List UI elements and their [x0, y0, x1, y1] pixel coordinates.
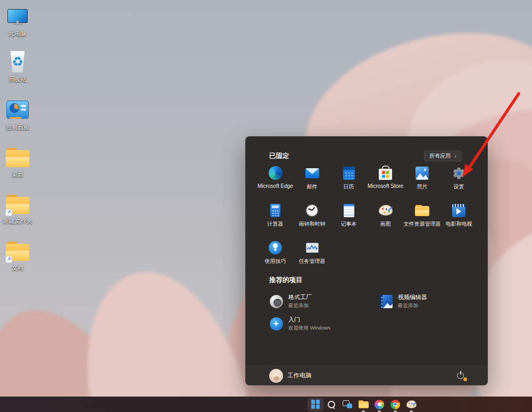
recommended-item-get-started[interactable]: 入门 欢迎使用 Windows [269, 312, 379, 335]
running-indicator [378, 410, 381, 412]
desktop-icon-control-panel[interactable]: 控制面板 [1, 98, 34, 131]
desktop-icon-new-folder[interactable]: ↗ 新建文件夹 [1, 192, 34, 225]
recommended-item-format-factory[interactable]: 格式工厂 最近添加 [269, 290, 379, 312]
folder-icon [415, 205, 429, 216]
get-started-icon [270, 317, 283, 331]
task-manager-icon [306, 243, 319, 253]
user-name: 工作电脑 [287, 372, 312, 380]
browser-colorwheel-button[interactable] [371, 398, 387, 411]
pinned-app-mail[interactable]: 邮件 [294, 163, 330, 201]
pinned-app-calendar[interactable]: 日历 [330, 163, 367, 201]
video-editor-icon [379, 295, 393, 308]
taskbar-icons [307, 397, 419, 412]
folder-icon [359, 400, 369, 408]
pinned-app-label: 文件资源管理器 [404, 220, 441, 228]
settings-gear-icon [452, 166, 466, 180]
movies-tv-icon [452, 204, 466, 217]
calculator-icon [270, 204, 280, 217]
recommended-list: 格式工厂 最近添加 视频编辑器 最近添加 入门 欢迎使用 Windows [269, 290, 488, 335]
recycle-bin-icon: ♻ [6, 50, 29, 73]
calendar-icon [343, 167, 355, 180]
desktop-icon-desktop-folder[interactable]: 桌面 [1, 145, 34, 178]
pinned-app-label: 日历 [344, 183, 354, 191]
recommended-item-video-editor[interactable]: 视频编辑器 最近添加 [379, 290, 488, 312]
notepad-icon [344, 204, 354, 217]
pinned-app-label: 使用技巧 [265, 258, 286, 265]
desktop-icon-label: 回收站 [9, 76, 27, 84]
desktop-icon-label: 新建文件夹 [3, 217, 32, 225]
recommended-item-title: 视频编辑器 [398, 293, 427, 301]
desktop-icon-recycle-bin[interactable]: ♻ 回收站 [1, 50, 34, 84]
pinned-app-calculator[interactable]: 计算器 [257, 201, 294, 238]
pinned-app-label: 画图 [380, 220, 391, 228]
pinned-app-microsoft-edge[interactable]: Microsoft Edge [257, 163, 294, 201]
pinned-app-microsoft-store[interactable]: Microsoft Store [367, 163, 404, 201]
recommended-section-header: 推荐的项目 [269, 276, 303, 285]
folder-icon [6, 145, 29, 168]
pinned-app-label: Microsoft Store [368, 183, 403, 189]
shortcut-arrow-icon: ↗ [5, 256, 12, 263]
recommended-item-title: 格式工厂 [288, 293, 312, 301]
update-badge [463, 377, 468, 382]
tips-bulb-icon [269, 241, 282, 254]
desktop-icon-label: 此电脑 [9, 30, 27, 38]
start-menu-user-bar: 工作电脑 [246, 366, 487, 385]
desktop-icon-this-pc[interactable]: 此电脑 [1, 4, 34, 38]
folder-shortcut-icon: ↗ [6, 192, 29, 215]
control-panel-icon [6, 98, 29, 121]
running-indicator [410, 410, 413, 412]
desktop-icon-label: 控制面板 [6, 123, 29, 131]
colorwheel-browser-icon [375, 400, 384, 409]
folder-shortcut-icon: ↗ [6, 238, 29, 262]
photos-icon [415, 167, 429, 180]
pinned-app-label: 记事本 [341, 220, 357, 228]
chevron-right-icon: › [454, 153, 456, 159]
pinned-app-label: Microsoft Edge [257, 183, 293, 189]
pinned-app-task-manager[interactable]: 任务管理器 [294, 238, 330, 275]
pinned-app-photos[interactable]: 照片 [404, 163, 440, 201]
shortcut-arrow-icon: ↗ [5, 209, 12, 216]
recommended-item-subtitle: 最近添加 [288, 302, 312, 309]
edge-icon [269, 166, 282, 180]
paint-palette-icon [379, 205, 393, 216]
pinned-app-file-explorer[interactable]: 文件资源管理器 [404, 201, 440, 238]
all-apps-button[interactable]: 所有应用 › [424, 151, 462, 161]
pinned-app-label: 电影和电视 [446, 220, 472, 228]
search-button[interactable] [323, 398, 339, 411]
user-avatar[interactable] [269, 369, 283, 383]
file-explorer-button[interactable] [355, 398, 371, 411]
chrome-button[interactable] [387, 398, 403, 411]
running-indicator [394, 410, 397, 412]
pinned-app-movies-tv[interactable]: 电影和电视 [440, 201, 477, 238]
all-apps-label: 所有应用 [429, 152, 451, 160]
pinned-apps-grid: Microsoft Edge 邮件 日历 Microsoft Store 照片 [257, 163, 477, 275]
search-icon [327, 400, 336, 409]
pinned-app-paint[interactable]: 画图 [367, 201, 404, 238]
mail-icon [305, 168, 319, 178]
pinned-app-label: 照片 [417, 183, 428, 191]
paint-button[interactable] [403, 398, 419, 411]
chrome-icon [390, 400, 400, 409]
task-view-button[interactable] [339, 398, 355, 411]
recommended-item-subtitle: 最近添加 [398, 302, 427, 309]
task-view-icon [343, 400, 352, 408]
pinned-app-notepad[interactable]: 记事本 [330, 201, 367, 238]
pinned-section-header: 已固定 [269, 152, 289, 161]
clock-icon [305, 204, 319, 217]
recommended-item-title: 入门 [288, 316, 330, 324]
pinned-app-alarms-clock[interactable]: 闹钟和时钟 [294, 201, 330, 238]
pinned-app-label: 设置 [454, 183, 464, 191]
desktop-icon-label: 文档 [12, 264, 23, 272]
pinned-app-tips[interactable]: 使用技巧 [257, 238, 294, 275]
desktop-icon-documents-folder[interactable]: ↗ 文档 [1, 238, 34, 272]
pinned-app-settings[interactable]: 设置 [440, 163, 477, 201]
desktop-icon-label: 桌面 [12, 170, 23, 178]
start-menu: 已固定 所有应用 › Microsoft Edge 邮件 日历 Microsof… [245, 136, 488, 385]
pinned-app-label: 邮件 [307, 183, 318, 191]
recycle-symbol: ♻ [12, 55, 23, 68]
windows-logo-icon [311, 400, 320, 409]
power-button[interactable] [457, 371, 466, 380]
store-icon [379, 169, 392, 180]
start-button[interactable] [307, 398, 323, 411]
pinned-app-label: 计算器 [268, 220, 284, 228]
